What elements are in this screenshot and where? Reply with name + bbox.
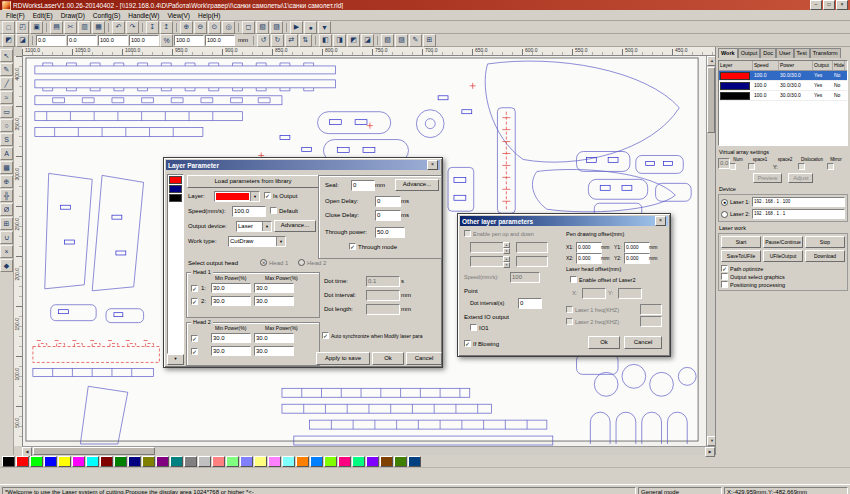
- path-optimize-checkbox[interactable]: ✓: [721, 265, 728, 272]
- menu-handle-w[interactable]: Handle(W): [124, 12, 163, 19]
- menu-draw-d[interactable]: Draw(D): [57, 12, 89, 19]
- ufileoutput-button[interactable]: UFileOutput: [763, 250, 803, 262]
- pen-up-spinner[interactable]: ▲ ▼: [503, 256, 510, 267]
- palette-color[interactable]: [366, 456, 379, 467]
- vertical-scroll-thumb[interactable]: [707, 67, 715, 133]
- layer-row[interactable]: 100.030.0/30.0YesNo: [719, 81, 847, 91]
- palette-color[interactable]: [408, 456, 421, 467]
- align-left-icon[interactable]: ◧: [319, 34, 332, 47]
- menu-view-v[interactable]: View(V): [163, 12, 194, 19]
- palette-color[interactable]: [268, 456, 281, 467]
- palette-color[interactable]: [352, 456, 365, 467]
- max-power-input[interactable]: 30.0: [254, 296, 294, 306]
- minimize-button[interactable]: –: [810, 0, 822, 10]
- palette-color[interactable]: [30, 456, 43, 467]
- dot-interval-input[interactable]: 0: [518, 298, 542, 309]
- scale-x-input[interactable]: 100.0: [174, 35, 204, 46]
- palette-color[interactable]: [142, 456, 155, 467]
- print-icon[interactable]: ▤: [50, 21, 63, 34]
- tab-doc[interactable]: Doc: [760, 48, 776, 58]
- seal-advance-button[interactable]: Advance...: [395, 179, 439, 191]
- layer-color-item[interactable]: [169, 194, 182, 202]
- cancel-button[interactable]: Cancel: [406, 352, 442, 365]
- export-icon[interactable]: ↥: [160, 21, 173, 34]
- mirror-horizontal-icon[interactable]: ⇄: [285, 34, 298, 47]
- output-select-graphics-checkbox[interactable]: [721, 273, 728, 280]
- laser-ip-field[interactable]: 192 . 168 . 1 . 100: [752, 197, 845, 207]
- open-delay-input[interactable]: 0: [375, 196, 401, 207]
- min-power-input[interactable]: 30.0: [211, 296, 251, 306]
- speed-input[interactable]: 100.0: [232, 206, 266, 217]
- pen-down-input[interactable]: [470, 242, 504, 253]
- start-button[interactable]: Start: [721, 236, 761, 248]
- palette-color[interactable]: [58, 456, 71, 467]
- palette-color[interactable]: [114, 456, 127, 467]
- menu-edit-e[interactable]: Edit(E): [29, 12, 57, 19]
- node-edit-tool[interactable]: ✎: [0, 63, 13, 76]
- copy-icon[interactable]: ▥: [78, 21, 91, 34]
- palette-color[interactable]: [310, 456, 323, 467]
- new-file-icon[interactable]: □: [2, 21, 15, 34]
- dot-length-input[interactable]: [366, 304, 400, 315]
- palette-color[interactable]: [156, 456, 169, 467]
- laser-2-radio[interactable]: [721, 211, 728, 218]
- y2-input[interactable]: 0.000: [624, 253, 650, 264]
- scale-y-input[interactable]: 100.0: [205, 35, 235, 46]
- zoom-in-icon[interactable]: ⊕: [180, 21, 193, 34]
- spin-down-icon[interactable]: ▼: [503, 262, 510, 268]
- zoom-tool[interactable]: ⊕: [0, 175, 13, 188]
- horizontal-scroll-thumb[interactable]: [33, 447, 155, 455]
- laser-ip-field[interactable]: 192 . 168 . 1 . 1: [752, 209, 845, 219]
- close-icon[interactable]: ×: [655, 216, 666, 226]
- close-icon[interactable]: ×: [427, 160, 438, 170]
- hand-tool[interactable]: ◆: [0, 259, 13, 272]
- pen-up-value-input[interactable]: [516, 256, 548, 267]
- zoom-out-icon[interactable]: ⊖: [194, 21, 207, 34]
- group-icon[interactable]: ▧: [256, 21, 269, 34]
- head1-radio[interactable]: ●: [260, 259, 267, 266]
- va-space2-input[interactable]: 0.0: [718, 158, 730, 169]
- palette-color[interactable]: [44, 456, 57, 467]
- min-power-input[interactable]: 30.0: [211, 333, 251, 343]
- row-enable-checkbox[interactable]: ✓: [191, 298, 198, 305]
- text-tool[interactable]: A: [0, 147, 13, 160]
- palette-color[interactable]: [212, 456, 225, 467]
- spin-down-icon[interactable]: ▼: [503, 248, 510, 254]
- image-tool[interactable]: ▩: [0, 161, 13, 174]
- stop-button[interactable]: Stop: [805, 236, 845, 248]
- ellipse-tool[interactable]: ○: [0, 119, 13, 132]
- output-device-select[interactable]: Laser ▼: [236, 221, 272, 232]
- menu-config-s[interactable]: Config(S): [89, 12, 124, 19]
- head2-radio[interactable]: [298, 259, 305, 266]
- speed-input[interactable]: 100: [510, 272, 540, 283]
- pos-x-input[interactable]: 0.0: [36, 35, 66, 46]
- select-all-icon[interactable]: ◻: [242, 21, 255, 34]
- laser1-freq-input[interactable]: [640, 304, 662, 315]
- min-power-input[interactable]: 30.0: [211, 283, 251, 293]
- dropdown-arrow-icon[interactable]: ▼: [276, 237, 285, 246]
- layer-dialog-titlebar[interactable]: Layer Parameter ×: [166, 160, 440, 170]
- rotate-right-icon[interactable]: ↻: [271, 34, 284, 47]
- row-enable-checkbox[interactable]: ✓: [191, 348, 198, 355]
- is-output-checkbox[interactable]: ✓: [264, 192, 271, 199]
- max-power-input[interactable]: 30.0: [254, 346, 294, 356]
- menu-help-h[interactable]: Help(H): [194, 12, 224, 19]
- preview-icon[interactable]: ●: [304, 21, 317, 34]
- laser-1-radio[interactable]: ●: [721, 199, 728, 206]
- if-blowing-checkbox[interactable]: ✓: [464, 340, 471, 347]
- zoom-fit-icon[interactable]: ◎: [222, 21, 235, 34]
- select-tool[interactable]: ↖: [0, 49, 13, 62]
- through-power-input[interactable]: 50.0: [375, 227, 405, 238]
- palette-color[interactable]: [128, 456, 141, 467]
- rectangle-tool[interactable]: ▭: [0, 105, 13, 118]
- palette-color[interactable]: [394, 456, 407, 467]
- default-checkbox[interactable]: [270, 207, 277, 214]
- simulate-icon[interactable]: ▶: [290, 21, 303, 34]
- line-tool[interactable]: ╱: [0, 77, 13, 90]
- polyline-tool[interactable]: ≈: [0, 91, 13, 104]
- palette-color[interactable]: [2, 456, 15, 467]
- laser1-freq-checkbox[interactable]: [566, 306, 573, 313]
- offset-x-input[interactable]: [582, 288, 606, 299]
- ungroup-objects-icon[interactable]: ▨: [395, 34, 408, 47]
- palette-color[interactable]: [16, 456, 29, 467]
